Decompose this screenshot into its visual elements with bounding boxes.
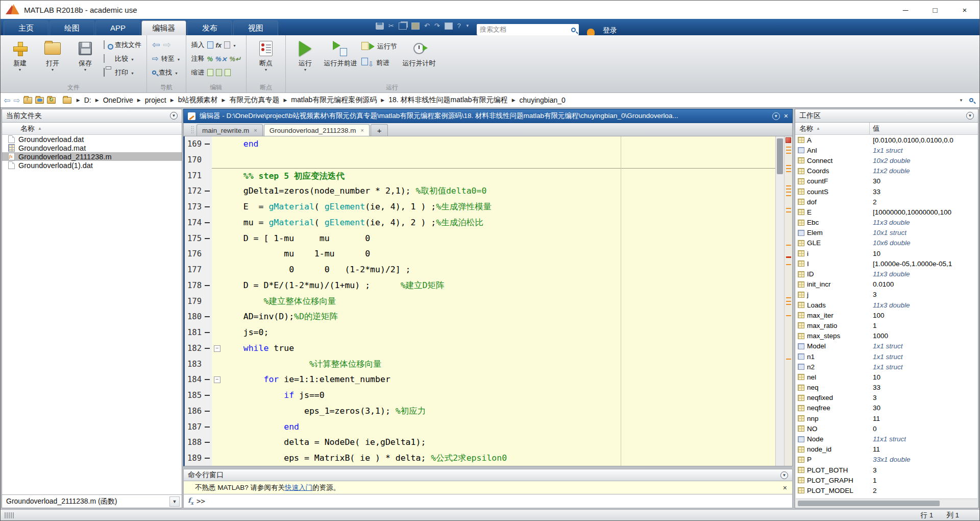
file-name-column-header[interactable]: 名称▲ <box>2 123 182 135</box>
breadcrumb-item[interactable]: D: <box>84 96 91 104</box>
switch-window-icon[interactable] <box>445 22 453 30</box>
workspace-variable-row[interactable]: nnp11 <box>795 413 978 423</box>
search-icon[interactable] <box>571 28 576 32</box>
save-button[interactable]: 保存▼ <box>71 38 100 84</box>
workspace-variable-row[interactable]: neqfree30 <box>795 403 978 413</box>
editor-tab-Groundoverload_2111238.m[interactable]: Groundoverload_2111238.m× <box>264 124 370 136</box>
executable-line-dash[interactable] <box>203 199 212 215</box>
warning-marker-icon[interactable] <box>786 211 791 212</box>
code-line[interactable]: 175 D = [ 1-mu mu 0 <box>185 231 775 247</box>
code-line[interactable]: 189 eps = MatrixB( ie ) * delta; %公式2求ep… <box>185 451 775 466</box>
code-line[interactable]: 169 end <box>185 136 775 152</box>
executable-line-dash[interactable] <box>203 419 212 435</box>
file-row[interactable]: Groundoverload(1).dat <box>2 161 182 170</box>
compare-button[interactable]: 比较▼ <box>104 53 141 64</box>
breadcrumb-item[interactable]: chuyingbian_0 <box>520 96 566 104</box>
workspace-variable-row[interactable]: Model1x1 struct <box>795 341 978 351</box>
breadcrumb-item[interactable]: 18. 材料非线性问题matlab有限元编程 <box>388 96 507 105</box>
banner-close-icon[interactable]: × <box>783 484 787 492</box>
workspace-variable-row[interactable]: GLE10x6 double <box>795 238 978 248</box>
warning-marker-icon[interactable] <box>786 192 791 193</box>
copy-icon[interactable] <box>399 22 407 30</box>
breadcrumb-item[interactable]: OneDrive <box>103 96 133 104</box>
workspace-variable-row[interactable]: n21x1 struct <box>795 362 978 372</box>
executable-line-dash[interactable] <box>203 183 212 199</box>
executable-line-dash[interactable] <box>203 451 212 466</box>
paste-icon[interactable] <box>411 22 420 30</box>
workspace-variable-row[interactable]: n11x1 struct <box>795 351 978 362</box>
workspace-variable-row[interactable]: max_iter100 <box>795 310 978 320</box>
tab-close-icon[interactable]: × <box>254 127 257 133</box>
address-dropdown-icon[interactable]: ▼ <box>959 98 963 103</box>
executable-line-dash[interactable] <box>203 152 212 168</box>
editor-tab-main_rewrite.m[interactable]: main_rewrite.m× <box>197 124 263 136</box>
goto-button[interactable]: ⇨转至▼ <box>152 53 181 64</box>
workspace-variable-row[interactable]: Anl1x1 struct <box>795 145 978 155</box>
qat-dropdown-icon[interactable]: ▼ <box>465 22 470 30</box>
executable-line-dash[interactable] <box>203 294 212 310</box>
quick-start-link[interactable]: 快速入门 <box>285 483 312 492</box>
run-and-advance-button[interactable]: 运行并前进 <box>324 38 357 84</box>
warning-marker-icon[interactable] <box>786 301 791 302</box>
command-prompt[interactable]: fx >> <box>183 494 793 508</box>
code-line[interactable]: 184 for ie=1:1:element_number <box>185 372 775 388</box>
tab-drag-handle[interactable] <box>191 126 193 134</box>
advance-button[interactable]: ⇩前进 <box>361 57 397 68</box>
sign-in-link[interactable]: 登录 <box>603 26 617 35</box>
executable-line-dash[interactable] <box>203 136 212 152</box>
command-window-menu-icon[interactable]: ▼ <box>780 471 788 479</box>
editor-vertical-scrollbar[interactable] <box>775 136 784 466</box>
breadcrumb-item[interactable]: b站视频素材 <box>178 96 218 105</box>
code-line[interactable]: 170 <box>185 152 775 168</box>
warning-marker-icon[interactable] <box>786 150 791 151</box>
editor-close-icon[interactable]: × <box>784 112 788 120</box>
open-button[interactable]: 打开▼ <box>38 38 67 84</box>
warning-marker-icon[interactable] <box>786 188 791 190</box>
code-fold-icon[interactable] <box>212 341 223 357</box>
workspace-variable-row[interactable]: Connect10x2 double <box>795 155 978 165</box>
executable-line-dash[interactable] <box>203 404 212 419</box>
workspace-variable-row[interactable]: P33x1 double <box>795 455 978 465</box>
workspace-variable-row[interactable]: Loads11x3 double <box>795 300 978 310</box>
workspace-variable-row[interactable]: j3 <box>795 290 978 300</box>
executable-line-dash[interactable] <box>203 168 212 184</box>
file-row[interactable]: Groundoverload_2111238.m <box>2 152 182 161</box>
code-line[interactable]: 176 mu 1-mu 0 <box>185 246 775 262</box>
file-row[interactable]: Groundoverload.mat <box>2 144 182 152</box>
code-line[interactable]: 177 0 0 (1-2*mu)/2] ; <box>185 262 775 278</box>
undo-icon[interactable]: ↶ <box>424 22 430 30</box>
warning-marker-icon[interactable] <box>786 297 791 298</box>
insert-fi-icon[interactable] <box>224 41 230 49</box>
details-expand-icon[interactable]: ▼ <box>169 496 180 507</box>
print-button[interactable]: 打印▼ <box>104 67 141 78</box>
executable-line-dash[interactable] <box>203 341 212 357</box>
error-marker-icon[interactable] <box>786 256 791 258</box>
workspace-variable-row[interactable]: Elem10x1 struct <box>795 228 978 238</box>
indent-right-icon[interactable] <box>216 69 222 76</box>
code-line[interactable]: 186 eps_1=zeros(3,1); %初应力 <box>185 404 775 419</box>
workspace-variable-row[interactable]: NO0 <box>795 423 978 434</box>
executable-line-dash[interactable] <box>203 435 212 451</box>
workspace-name-column-header[interactable]: 名称▲ <box>795 123 870 134</box>
code-line[interactable]: 179 %建立整体位移向量 <box>185 294 775 310</box>
warning-marker-icon[interactable] <box>786 304 791 305</box>
breadcrumb-item[interactable]: project <box>145 96 166 104</box>
executable-line-dash[interactable] <box>203 262 212 278</box>
warning-marker-icon[interactable] <box>786 359 791 360</box>
code-line[interactable]: 182 while true <box>185 341 775 357</box>
workspace-variable-row[interactable]: dof2 <box>795 197 978 207</box>
indent-left-icon[interactable] <box>225 69 231 76</box>
folder-up-icon[interactable] <box>23 97 32 104</box>
help-icon[interactable]: ? <box>457 22 461 30</box>
workspace-variable-row[interactable]: countF30 <box>795 176 978 186</box>
insert-section-icon[interactable] <box>207 41 213 49</box>
breadcrumb-item[interactable]: matlab有限元编程案例源码 <box>291 96 377 105</box>
minimize-button[interactable]: ─ <box>891 1 920 19</box>
code-line[interactable]: 185 if js==0 <box>185 388 775 404</box>
code-line[interactable]: 181 js=0; <box>185 325 775 341</box>
ribbon-tab-APP[interactable]: APP <box>95 20 140 35</box>
code-editor[interactable]: 169 end170171 %% step 5 初应变法迭代172 gDelta… <box>183 136 793 466</box>
executable-line-dash[interactable] <box>203 215 212 231</box>
workspace-variable-row[interactable]: PLOT_BOTH3 <box>795 465 978 475</box>
new-button[interactable]: 新建▼ <box>6 38 34 84</box>
